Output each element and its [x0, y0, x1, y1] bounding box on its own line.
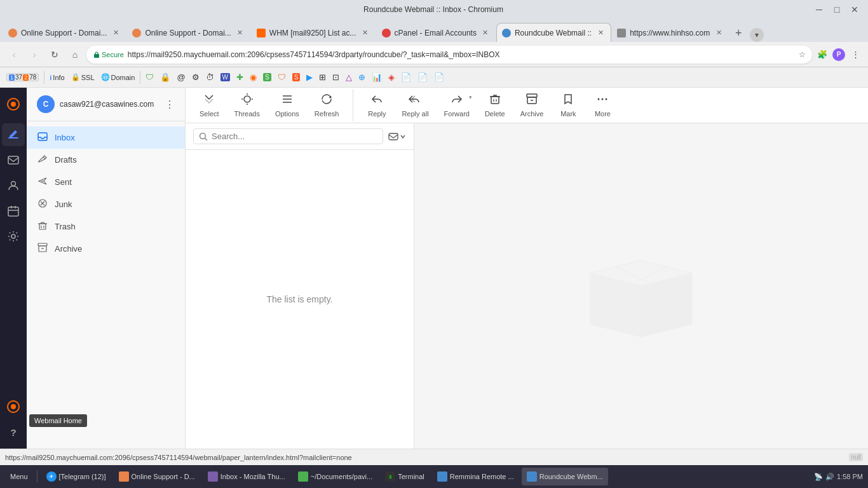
- tab-icon-1: [8, 29, 17, 37]
- cpanel-bottom-icon[interactable]: [2, 395, 25, 418]
- ext-shield[interactable]: 🛡: [143, 71, 156, 83]
- nav-junk[interactable]: Junk: [27, 193, 185, 215]
- search-input[interactable]: [212, 132, 377, 141]
- status-bar: https://mail9250.maychuemail.com:2096/cp…: [0, 449, 868, 465]
- documents-icon: [298, 471, 308, 482]
- ext-doc2[interactable]: 📄: [415, 71, 430, 83]
- more-button[interactable]: More: [587, 89, 618, 121]
- refresh-button[interactable]: Refresh: [308, 89, 346, 121]
- reply-all-label: Reply all: [402, 110, 428, 118]
- settings-icon[interactable]: ⋮: [848, 47, 863, 62]
- ext-red[interactable]: ◈: [386, 71, 397, 83]
- tab-close-3[interactable]: ✕: [360, 28, 370, 38]
- ext-orange[interactable]: ◉: [247, 71, 259, 83]
- back-button[interactable]: ‹: [5, 46, 23, 64]
- tab-roundcube[interactable]: Roundcube Webmail :: ✕: [496, 23, 611, 42]
- tab-overflow-button[interactable]: ▾: [750, 28, 764, 42]
- mail-list-panel: The list is empty.: [186, 123, 414, 449]
- settings-sidebar-icon[interactable]: [2, 225, 25, 248]
- calendar-sidebar-icon[interactable]: [2, 200, 25, 222]
- taskbar-online-support[interactable]: Online Support - D...: [114, 468, 200, 485]
- tab-online-support-2[interactable]: Online Support - Domai... ✕: [126, 23, 250, 42]
- maximize-button[interactable]: □: [829, 3, 845, 16]
- ext-doc3[interactable]: 📄: [431, 71, 447, 83]
- contacts-sidebar-icon[interactable]: [2, 174, 25, 197]
- reply-button[interactable]: Reply: [361, 89, 393, 121]
- nav-inbox[interactable]: Inbox: [27, 126, 185, 149]
- taskbar-remmina[interactable]: Remmina Remote ...: [432, 468, 519, 485]
- ext-s1[interactable]: S: [261, 72, 274, 83]
- reply-all-button[interactable]: Reply all: [395, 89, 435, 121]
- ext-chart[interactable]: 📊: [369, 71, 384, 83]
- nav-sent[interactable]: Sent: [27, 171, 185, 193]
- options-button[interactable]: Options: [269, 89, 306, 121]
- taskbar-terminal[interactable]: $ Terminal: [380, 468, 430, 485]
- profile-icon[interactable]: P: [831, 47, 846, 62]
- ext-multi[interactable]: ⊞: [316, 71, 329, 83]
- tab-cpanel[interactable]: cPanel - Email Accounts ✕: [376, 23, 496, 42]
- online-support-icon: [119, 471, 129, 482]
- ext-shield2[interactable]: 🛡: [275, 71, 288, 83]
- cpanel-logo-icon[interactable]: [2, 93, 25, 116]
- forward-button[interactable]: ›: [25, 46, 43, 64]
- ext-ssl[interactable]: 🔒 SSL: [69, 72, 97, 83]
- bookmark-star-icon[interactable]: ☆: [799, 50, 806, 59]
- search-filter-button[interactable]: [388, 132, 406, 142]
- mail-account-more-button[interactable]: ⋮: [165, 98, 175, 111]
- ext-info[interactable]: i Info: [47, 72, 67, 83]
- compose-sidebar-icon[interactable]: [2, 123, 25, 146]
- taskbar-remmina-label: Remmina Remote ...: [450, 473, 514, 480]
- new-tab-button[interactable]: +: [729, 24, 747, 42]
- ext-at[interactable]: @: [174, 71, 187, 83]
- taskbar-telegram[interactable]: ✈ [Telegram (12)]: [41, 468, 111, 485]
- tab-close-4[interactable]: ✕: [480, 28, 491, 38]
- ext-separator-2: [140, 71, 140, 84]
- tab-close-5[interactable]: ✕: [595, 28, 606, 38]
- search-input-wrap[interactable]: [193, 128, 383, 144]
- tab-whm[interactable]: WHM [mail9250] List ac... ✕: [251, 23, 376, 42]
- svg-point-15: [244, 96, 250, 102]
- taskbar-menu-button[interactable]: Menu: [5, 468, 33, 485]
- taskbar-thunderbird[interactable]: Inbox - Mozilla Thu...: [203, 468, 290, 485]
- reload-button[interactable]: ↻: [46, 46, 64, 64]
- address-url[interactable]: https://mail9250.maychuemail.com:2096/cp…: [128, 50, 795, 59]
- ext-arrow[interactable]: ▶: [304, 71, 315, 83]
- ext-cube[interactable]: W: [218, 72, 233, 83]
- ext-domain[interactable]: 🌐 Domain: [98, 72, 138, 83]
- ext-vpn[interactable]: ⊕: [356, 71, 368, 83]
- nav-drafts[interactable]: Drafts: [27, 149, 185, 171]
- minimize-button[interactable]: ─: [811, 3, 827, 16]
- select-button[interactable]: Select: [193, 89, 226, 121]
- close-button[interactable]: ✕: [846, 3, 863, 16]
- ext-lock[interactable]: 🔒: [158, 71, 173, 83]
- ext-tool[interactable]: ⚙: [189, 71, 202, 83]
- address-input-box[interactable]: Secure https://mail9250.maychuemail.com:…: [86, 46, 812, 64]
- mark-button[interactable]: Mark: [552, 89, 584, 121]
- archive-button[interactable]: Archive: [514, 89, 550, 121]
- ext-s2[interactable]: S: [290, 72, 303, 83]
- ext-time[interactable]: ⏱: [203, 71, 217, 83]
- threads-button[interactable]: Threads: [228, 89, 266, 121]
- forward-button[interactable]: Forward ▾: [438, 89, 476, 121]
- ext-badge-1[interactable]: 1 37 2 78: [4, 72, 41, 83]
- delete-button[interactable]: Delete: [478, 89, 512, 121]
- ext-triangle[interactable]: △: [343, 71, 355, 83]
- extensions-icon[interactable]: 🧩: [815, 47, 830, 62]
- nav-sent-label: Sent: [55, 177, 72, 187]
- ext-w2[interactable]: ⊡: [330, 71, 342, 83]
- tab-online-support-1[interactable]: Online Support - Domai... ✕: [3, 23, 126, 42]
- home-button[interactable]: ⌂: [66, 46, 84, 64]
- help-icon[interactable]: ?: [2, 421, 25, 444]
- more-icon: [596, 93, 609, 109]
- ext-doc[interactable]: 📄: [398, 71, 414, 83]
- tab-close-2[interactable]: ✕: [235, 28, 245, 38]
- tab-close-6[interactable]: ✕: [714, 28, 724, 38]
- taskbar-documents[interactable]: ~/Documents/pavi...: [293, 468, 378, 485]
- tab-hinhso[interactable]: https://www.hinhso.com ✕: [611, 23, 729, 42]
- ext-green[interactable]: ✚: [234, 71, 246, 83]
- tab-close-1[interactable]: ✕: [111, 28, 121, 38]
- nav-trash[interactable]: Trash: [27, 215, 185, 238]
- mail-sidebar-icon[interactable]: [2, 149, 25, 172]
- taskbar-roundcube[interactable]: Roundcube Webm...: [522, 468, 608, 485]
- nav-archive[interactable]: Archive: [27, 238, 185, 260]
